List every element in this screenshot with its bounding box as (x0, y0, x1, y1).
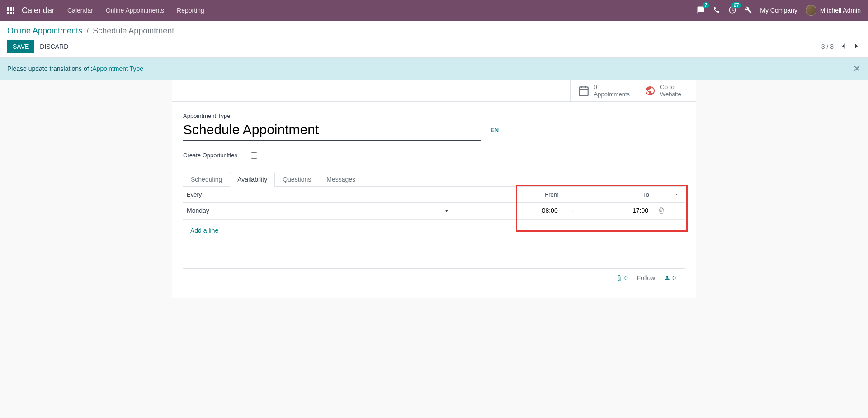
day-value: Monday (187, 207, 209, 214)
stat-label: Appointments (594, 91, 630, 98)
trash-icon[interactable] (656, 208, 665, 215)
nav-reporting[interactable]: Reporting (177, 7, 204, 14)
messages-icon[interactable]: 7 (697, 6, 705, 15)
tab-messages[interactable]: Messages (319, 172, 363, 187)
alert-link[interactable]: Appointment Type (92, 65, 143, 72)
from-input[interactable] (527, 206, 559, 216)
type-label: Appointment Type (183, 113, 685, 119)
lang-badge[interactable]: EN (491, 127, 499, 133)
debug-icon[interactable] (745, 6, 752, 15)
col-from: From (513, 187, 562, 203)
attachments-button[interactable]: 0 (616, 274, 628, 282)
tab-scheduling[interactable]: Scheduling (183, 172, 230, 187)
avatar (806, 5, 816, 16)
control-panel: Online Appointments / Schedule Appointme… (0, 21, 868, 58)
breadcrumb-parent[interactable]: Online Appointments (7, 26, 82, 35)
pager-next-icon[interactable] (853, 41, 861, 52)
followers-button[interactable]: 0 (664, 274, 676, 282)
company-selector[interactable]: My Company (760, 7, 797, 14)
tabs: Scheduling Availability Questions Messag… (183, 171, 685, 187)
create-opp-label: Create Opportunities (183, 152, 237, 159)
phone-icon[interactable] (713, 6, 720, 15)
nav-calendar[interactable]: Calendar (67, 7, 93, 14)
discard-button[interactable]: DISCARD (34, 40, 74, 53)
add-line[interactable]: Add a line (187, 222, 681, 239)
activities-icon[interactable]: 27 (728, 6, 736, 15)
paperclip-icon (616, 275, 623, 281)
tab-questions[interactable]: Questions (275, 172, 319, 187)
close-icon[interactable]: ✕ (853, 63, 861, 74)
chatter: 0 Follow 0 (183, 268, 685, 287)
top-nav: Calendar Calendar Online Appointments Re… (0, 0, 868, 21)
chevron-down-icon: ▼ (444, 208, 449, 213)
breadcrumb: Online Appointments / Schedule Appointme… (7, 26, 861, 36)
tab-availability[interactable]: Availability (230, 172, 275, 187)
col-every: Every (183, 187, 458, 203)
translation-alert: Please update translations of : Appointm… (0, 58, 868, 80)
form-sheet: 0 Appointments Go to Website Appointment… (172, 80, 696, 298)
calendar-icon (578, 85, 590, 97)
pager-prev-icon[interactable] (839, 41, 847, 52)
app-brand[interactable]: Calendar (22, 6, 55, 15)
user-menu[interactable]: Mitchell Admin (806, 5, 861, 16)
messages-badge: 7 (703, 2, 710, 8)
availability-table: Every From To ⋮ (183, 187, 685, 241)
to-input[interactable] (618, 206, 649, 216)
globe-icon (645, 85, 656, 96)
stat-count: 0 (594, 84, 630, 91)
kebab-icon[interactable]: ⋮ (672, 191, 681, 198)
stat-website[interactable]: Go to Website (637, 80, 696, 101)
save-button[interactable]: SAVE (7, 40, 34, 53)
pager-text[interactable]: 3 / 3 (821, 43, 834, 50)
day-select[interactable]: Monday ▼ (187, 206, 449, 216)
title-input[interactable] (183, 121, 481, 141)
stat-appointments[interactable]: 0 Appointments (570, 80, 637, 101)
create-opp-checkbox[interactable] (251, 152, 257, 159)
alert-text: Please update translations of : (7, 65, 92, 72)
arrow-right-icon: → (566, 207, 578, 215)
svg-rect-0 (579, 87, 588, 96)
person-icon (664, 275, 670, 281)
activities-badge: 27 (731, 2, 741, 8)
apps-icon[interactable] (7, 7, 14, 14)
nav-online-appointments[interactable]: Online Appointments (106, 7, 164, 14)
follow-button[interactable]: Follow (637, 274, 655, 282)
col-to: To (581, 187, 653, 203)
table-row: Monday ▼ → (183, 203, 685, 220)
breadcrumb-current: Schedule Appointment (93, 26, 174, 35)
user-name: Mitchell Admin (820, 7, 861, 14)
